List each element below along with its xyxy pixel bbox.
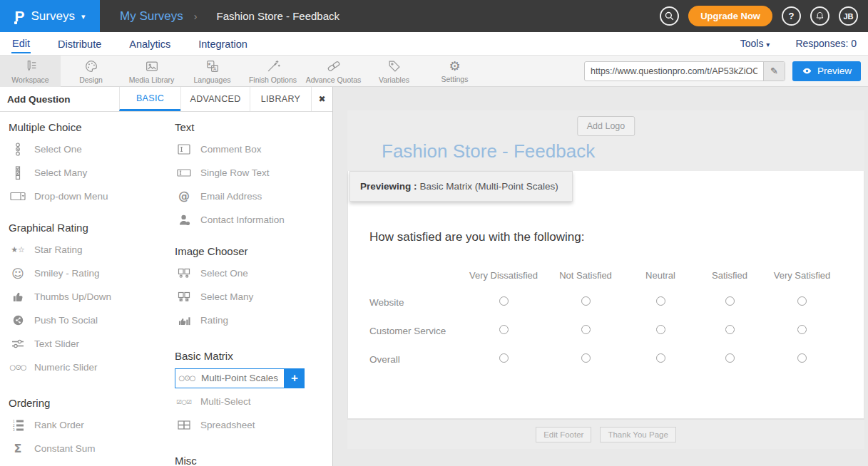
grid-icon — [175, 420, 193, 430]
matrix-radio[interactable] — [581, 325, 591, 334]
survey-preview-stage: Add Logo Fashion Store - Feedback Previe… — [333, 87, 868, 466]
notifications-button[interactable] — [810, 6, 829, 26]
survey-title[interactable]: Fashion Store - Feedback — [382, 140, 595, 162]
tab-library[interactable]: LIBRARY — [250, 87, 311, 111]
qtype-rank-order[interactable]: 123 Rank Order — [9, 413, 166, 437]
matrix-radio[interactable] — [725, 296, 735, 306]
toolbar-advance-quotas[interactable]: Advance Quotas — [303, 56, 364, 87]
matrix-radio[interactable] — [656, 353, 665, 363]
search-icon — [664, 11, 675, 21]
tab-basic[interactable]: BASIC — [119, 87, 180, 111]
edit-footer-button[interactable]: Edit Footer — [536, 427, 591, 442]
upgrade-now-button[interactable]: Upgrade Now — [688, 6, 772, 26]
main-content: Add Question BASIC ADVANCED LIBRARY ✖ Mu… — [0, 87, 868, 466]
question-column-2: Text Comment Box Single Row Text @ Ema — [166, 112, 332, 466]
matrix-radio[interactable] — [797, 296, 807, 306]
matrix-radio[interactable] — [725, 353, 735, 363]
survey-frame: Add Logo Fashion Store - Feedback Previe… — [347, 110, 864, 449]
qtype-dropdown-menu[interactable]: Drop-down Menu — [9, 185, 166, 208]
qtype-multi-point-scales[interactable]: ○⊙○ Multi-Point Scales + — [175, 366, 332, 390]
responses-count[interactable]: Responses: 0 — [795, 38, 857, 49]
qtype-smiley-rating[interactable]: ☺ Smiley - Rating — [9, 262, 166, 285]
toolbar-design[interactable]: Design — [61, 56, 121, 87]
survey-url-input[interactable] — [585, 62, 763, 81]
matrix-radio[interactable] — [581, 353, 591, 363]
palette-icon — [83, 58, 99, 74]
matrix-col-header: Not Satisfied — [545, 262, 626, 288]
add-question-button[interactable]: + — [285, 368, 305, 388]
translate-icon: ★A — [205, 58, 220, 74]
toolbar-settings[interactable]: ⚙ Settings — [424, 56, 485, 87]
qtype-text-slider[interactable]: Text Slider — [9, 332, 166, 356]
tab-edit[interactable]: Edit — [11, 33, 31, 53]
toolbar-variables[interactable]: Variables — [364, 56, 424, 87]
question-type-list: Multiple Choice Select One Select Many — [0, 112, 332, 466]
qtype-single-row-text[interactable]: Single Row Text — [175, 161, 332, 185]
surveys-product-menu[interactable]: P Surveys ▾ — [0, 0, 100, 32]
toolbar-workspace[interactable]: Workspace — [0, 56, 61, 87]
matrix-radio[interactable] — [797, 325, 807, 334]
matrix-radio[interactable] — [499, 296, 509, 306]
matrix-radio[interactable] — [797, 353, 807, 363]
avatar[interactable]: JB — [839, 6, 858, 26]
matrix-row-label: Website — [369, 288, 462, 316]
qtype-drag-and-drop[interactable]: Drag and Drop — [9, 460, 166, 466]
preview-button[interactable]: Preview — [792, 61, 861, 81]
tools-menu[interactable]: Tools ▾ — [740, 38, 770, 49]
qtype-comment-box[interactable]: Comment Box — [175, 138, 332, 161]
qtype-image-rating[interactable]: Rating — [175, 309, 332, 332]
help-button[interactable]: ? — [782, 6, 801, 26]
matrix-col-header: Satisfied — [695, 262, 765, 288]
survey-url-box: ✎ — [584, 61, 785, 81]
qtype-multi-select[interactable]: ☑○☑ Multi-Select — [175, 390, 332, 413]
selected-question-type[interactable]: ○⊙○ Multi-Point Scales — [175, 368, 285, 388]
matrix-radio[interactable] — [581, 296, 591, 306]
toolbar-finish-options[interactable]: Finish Options — [242, 56, 303, 87]
matrix-table: Very Dissatisfied Not Satisfied Neutral … — [369, 262, 839, 373]
qtype-image-select-many[interactable]: Select Many — [175, 285, 332, 309]
thank-you-page-button[interactable]: Thank You Page — [600, 427, 675, 442]
qtype-email-address[interactable]: @ Email Address — [175, 185, 332, 208]
tab-analytics[interactable]: Analytics — [128, 34, 171, 53]
qtype-numeric-slider[interactable]: ○⊙○ Numeric Slider — [9, 356, 166, 379]
section-ordering: Ordering — [9, 396, 166, 410]
toolbar-languages[interactable]: ★A Languages — [182, 56, 242, 87]
survey-nav: Edit Distribute Analytics Integration To… — [0, 32, 868, 56]
tab-integration[interactable]: Integration — [198, 34, 248, 53]
qtype-push-to-social[interactable]: Push To Social — [9, 309, 166, 332]
matrix-radio[interactable] — [656, 296, 665, 306]
at-icon: @ — [175, 190, 193, 203]
qtype-image-select-one[interactable]: Select One — [175, 262, 332, 285]
chain-link-icon — [326, 58, 342, 74]
qtype-contact-information[interactable]: Contact Information — [175, 208, 332, 232]
qtype-star-rating[interactable]: ★☆ Star Rating — [9, 238, 166, 262]
survey-header: Add Logo Fashion Store - Feedback — [347, 110, 864, 171]
qtype-constant-sum[interactable]: Σ Constant Sum — [9, 437, 166, 460]
radio-list-icon — [9, 143, 27, 156]
edit-url-button[interactable]: ✎ — [763, 62, 785, 81]
toolbar-media-library[interactable]: Media Library — [121, 56, 182, 87]
matrix-radio[interactable] — [499, 325, 509, 334]
close-icon[interactable]: ✖ — [311, 87, 332, 111]
matrix-radio[interactable] — [725, 325, 735, 334]
qtype-select-one[interactable]: Select One — [9, 138, 166, 161]
tab-advanced[interactable]: ADVANCED — [180, 87, 250, 111]
search-button[interactable] — [660, 6, 679, 26]
breadcrumb-my-surveys[interactable]: My Surveys — [120, 9, 183, 24]
add-logo-button[interactable]: Add Logo — [577, 116, 635, 136]
tab-distribute[interactable]: Distribute — [57, 34, 102, 53]
qtype-spreadsheet[interactable]: Spreadsheet — [175, 413, 332, 437]
qtype-select-many[interactable]: Select Many — [9, 161, 166, 185]
section-image-chooser: Image Chooser — [175, 244, 332, 259]
comment-box-icon — [175, 144, 193, 155]
breadcrumb-separator-icon: › — [194, 11, 198, 22]
matrix-radio[interactable] — [499, 353, 509, 363]
matrix-radio[interactable] — [656, 325, 665, 334]
matrix-row: Customer Service — [369, 316, 839, 345]
section-basic-matrix: Basic Matrix — [175, 349, 332, 363]
questionpro-logo-icon: P — [15, 9, 25, 24]
image-select-one-icon — [175, 268, 193, 279]
rank-list-icon: 123 — [9, 419, 27, 431]
qtype-thumbs-up-down[interactable]: Thumbs Up/Down — [9, 285, 166, 309]
thumb-icon — [9, 291, 27, 303]
